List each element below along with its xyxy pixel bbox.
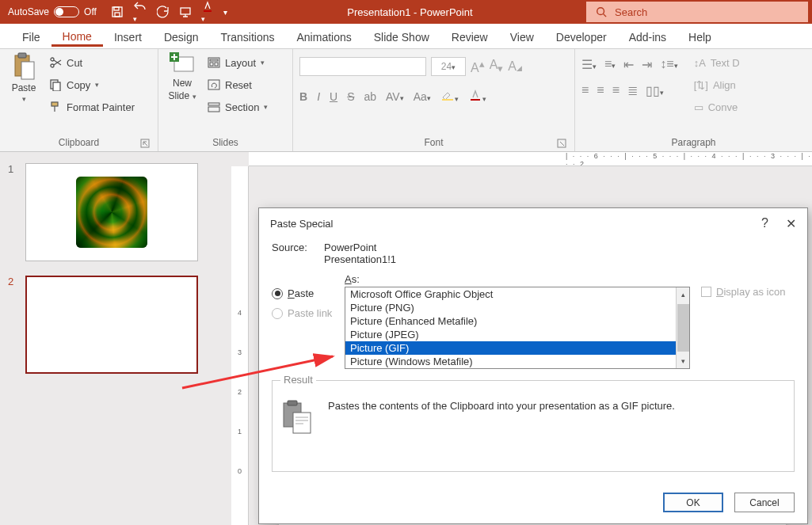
shadow-button[interactable]: ab bbox=[364, 90, 376, 103]
list-item[interactable]: Microsoft Office Graphic Object bbox=[345, 287, 689, 301]
font-name-combo[interactable] bbox=[299, 57, 426, 76]
tab-add-ins[interactable]: Add-ins bbox=[618, 26, 677, 47]
align-text-button[interactable]: [⇅]Align bbox=[691, 74, 743, 95]
list-item[interactable]: Picture (JPEG) bbox=[345, 328, 689, 341]
qat-customize-icon[interactable]: ▾ bbox=[223, 8, 227, 17]
paste-radio[interactable]: Paste bbox=[272, 287, 334, 299]
help-button[interactable]: ? bbox=[761, 216, 768, 231]
underline-button[interactable]: U bbox=[330, 90, 337, 103]
font-color-button[interactable]: ▾ bbox=[468, 89, 486, 104]
character-spacing-button[interactable]: AV▾ bbox=[386, 90, 404, 103]
layout-label: Layout bbox=[225, 57, 256, 69]
scroll-down-icon[interactable]: ▾ bbox=[677, 354, 689, 368]
paste-link-radio-label: Paste link bbox=[288, 307, 332, 319]
section-label: Section bbox=[225, 101, 259, 113]
decrease-font-icon[interactable]: A▾ bbox=[490, 58, 504, 74]
listbox-scrollbar[interactable]: ▴ ▾ bbox=[676, 287, 689, 368]
clear-formatting-icon[interactable]: A◢ bbox=[508, 59, 522, 74]
toggle-track[interactable] bbox=[54, 6, 79, 17]
copy-button[interactable]: Copy ▾ bbox=[46, 74, 138, 95]
justify-button[interactable]: ≣ bbox=[627, 83, 638, 98]
svg-rect-12 bbox=[53, 82, 60, 91]
font-size-combo[interactable]: 24▾ bbox=[431, 57, 466, 76]
align-center-button[interactable]: ≡ bbox=[597, 83, 604, 98]
source-document: Presentation1!1 bbox=[324, 253, 396, 265]
increase-font-icon[interactable]: A▴ bbox=[471, 58, 485, 75]
list-item[interactable]: Picture (Windows Metafile) bbox=[345, 355, 689, 368]
ribbon: Paste ▾ Cut Copy ▾ Format Painter bbox=[0, 49, 812, 152]
save-icon[interactable] bbox=[111, 6, 124, 18]
new-slide-button[interactable]: New Slide ▾ bbox=[165, 52, 200, 101]
svg-rect-23 bbox=[208, 107, 219, 112]
paste-special-dialog: Paste Special ? ✕ Source: PowerPoint Pre… bbox=[258, 207, 808, 524]
tab-slide-show[interactable]: Slide Show bbox=[363, 26, 440, 47]
list-item[interactable]: Picture (Enhanced Metafile) bbox=[345, 314, 689, 328]
strikethrough-button[interactable]: S bbox=[347, 90, 354, 103]
italic-button[interactable]: I bbox=[317, 90, 320, 103]
autosave-toggle[interactable]: AutoSave Off bbox=[0, 6, 105, 17]
source-application: PowerPoint bbox=[324, 242, 396, 253]
close-button[interactable]: ✕ bbox=[786, 216, 796, 231]
bullets-button[interactable]: ☰▾ bbox=[581, 57, 597, 72]
dialog-launcher-icon[interactable] bbox=[140, 139, 150, 148]
paintbrush-icon bbox=[49, 101, 62, 113]
tab-transitions[interactable]: Transitions bbox=[210, 26, 286, 47]
tab-review[interactable]: Review bbox=[440, 26, 499, 47]
tab-view[interactable]: View bbox=[499, 26, 545, 47]
numbering-button[interactable]: ≡▾ bbox=[604, 57, 616, 72]
svg-point-9 bbox=[51, 64, 54, 67]
svg-rect-13 bbox=[51, 102, 58, 106]
tab-animations[interactable]: Animations bbox=[285, 26, 362, 47]
window-title: Presentation1 - PowerPoint bbox=[234, 6, 586, 18]
text-direction-button[interactable]: ↕AText D bbox=[691, 52, 743, 73]
new-slide-label1: New bbox=[173, 78, 192, 89]
slides-group-label: Slides bbox=[165, 135, 286, 151]
tab-developer[interactable]: Developer bbox=[545, 26, 618, 47]
format-listbox[interactable]: Microsoft Office Graphic Object Picture … bbox=[345, 287, 690, 369]
layout-button[interactable]: Layout ▾ bbox=[204, 52, 271, 73]
font-color-qat-icon[interactable]: ▾ bbox=[201, 0, 214, 24]
indent-increase-button[interactable]: ⇥ bbox=[642, 57, 652, 72]
tab-insert[interactable]: Insert bbox=[103, 26, 153, 47]
cut-button[interactable]: Cut bbox=[46, 52, 138, 73]
autosave-label: AutoSave bbox=[8, 6, 49, 17]
layout-icon bbox=[208, 57, 220, 68]
indent-decrease-button[interactable]: ⇤ bbox=[623, 57, 634, 72]
convert-smartart-button[interactable]: ▭Conve bbox=[691, 97, 743, 117]
format-painter-button[interactable]: Format Painter bbox=[46, 97, 138, 117]
new-slide-icon bbox=[170, 52, 195, 76]
tab-help[interactable]: Help bbox=[677, 26, 722, 47]
highlight-button[interactable]: ▾ bbox=[440, 89, 459, 104]
present-from-beginning-icon[interactable] bbox=[179, 6, 192, 18]
list-item-selected[interactable]: Picture (GIF) bbox=[345, 341, 689, 355]
section-button[interactable]: Section ▾ bbox=[204, 97, 271, 117]
search-box[interactable]: Search bbox=[586, 2, 808, 22]
tab-home[interactable]: Home bbox=[51, 25, 103, 47]
columns-button[interactable]: ▯▯▾ bbox=[646, 83, 664, 98]
change-case-button[interactable]: Aa▾ bbox=[414, 90, 431, 103]
align-right-button[interactable]: ≡ bbox=[612, 83, 619, 98]
redo-icon[interactable] bbox=[157, 6, 170, 18]
slide-thumbnail-2[interactable] bbox=[25, 276, 198, 374]
chevron-down-icon: ▾ bbox=[95, 81, 99, 89]
dialog-launcher-icon[interactable] bbox=[557, 139, 566, 148]
display-as-icon-checkbox: Display as icon bbox=[701, 286, 795, 298]
dialog-title: Paste Special bbox=[270, 218, 334, 230]
scroll-thumb[interactable] bbox=[677, 304, 689, 352]
search-icon bbox=[596, 6, 607, 17]
swirl-image bbox=[76, 177, 147, 248]
undo-icon[interactable]: ▾ bbox=[133, 0, 147, 24]
ok-button[interactable]: OK bbox=[663, 493, 723, 512]
slide-thumbnail-1[interactable] bbox=[25, 163, 198, 261]
align-left-button[interactable]: ≡ bbox=[581, 83, 589, 98]
scroll-up-icon[interactable]: ▴ bbox=[677, 287, 689, 302]
cancel-button[interactable]: Cancel bbox=[734, 493, 795, 512]
line-spacing-button[interactable]: ↕≡▾ bbox=[660, 57, 677, 72]
tab-design[interactable]: Design bbox=[153, 26, 210, 47]
reset-button[interactable]: Reset bbox=[204, 74, 271, 95]
tab-file[interactable]: File bbox=[11, 26, 51, 47]
format-painter-label: Format Painter bbox=[67, 101, 135, 113]
list-item[interactable]: Picture (PNG) bbox=[345, 301, 689, 314]
bold-button[interactable]: B bbox=[299, 90, 307, 103]
paste-button[interactable]: Paste ▾ bbox=[6, 52, 41, 103]
